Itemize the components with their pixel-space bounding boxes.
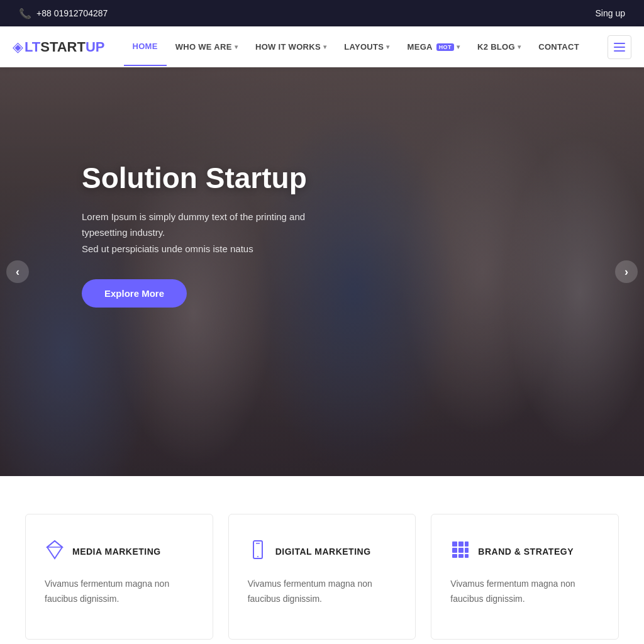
chevron-down-icon-3: ▾ xyxy=(386,43,389,50)
svg-point-4 xyxy=(257,556,258,557)
hero-desc-line1: Lorem Ipsum is simply dummy text of the … xyxy=(82,211,305,238)
chevron-down-icon: ▾ xyxy=(235,43,238,50)
carousel-next-button[interactable]: › xyxy=(615,260,638,283)
cards-section: MEDIA MARKETING Vivamus fermentum magna … xyxy=(0,476,644,644)
svg-rect-11 xyxy=(452,554,457,558)
svg-rect-6 xyxy=(458,541,464,547)
svg-rect-10 xyxy=(465,548,469,553)
nav-label-contact: CONTACT xyxy=(538,42,579,52)
explore-more-button[interactable]: Explore More xyxy=(82,279,187,308)
hero-title: Solution Startup xyxy=(82,162,308,195)
card-desc-digital: Vivamus fermentum magna non faucibus dig… xyxy=(248,577,397,607)
nav-link-contact[interactable]: CONTACT xyxy=(530,28,588,65)
nav-label-layouts: LAYOUTS xyxy=(344,42,384,52)
logo-lt: LT xyxy=(25,39,40,55)
svg-rect-12 xyxy=(458,554,464,558)
hamburger-icon xyxy=(614,43,625,52)
logo-up: UP xyxy=(86,39,105,55)
nav-link-layouts[interactable]: LAYOUTS ▾ xyxy=(335,28,398,65)
navbar: ◈ LT START UP HOME WHO WE ARE ▾ HOW IT W… xyxy=(0,26,644,67)
chevron-down-icon-4: ▾ xyxy=(457,43,460,50)
hero-content: Solution Startup Lorem Ipsum is simply d… xyxy=(0,67,390,345)
card-media-marketing: MEDIA MARKETING Vivamus fermentum magna … xyxy=(25,514,213,640)
svg-rect-5 xyxy=(452,541,457,547)
hero-desc-line2: Sed ut perspiciatis unde omnis iste natu… xyxy=(82,243,253,254)
phone-number: +88 01912704287 xyxy=(36,8,108,18)
nav-label-who-we-are: WHO WE ARE xyxy=(175,42,232,52)
nav-link-mega[interactable]: MEGA HOT ▾ xyxy=(399,28,469,65)
nav-label-k2blog: K2 BLOG xyxy=(477,42,515,52)
hero-description: Lorem Ipsum is simply dummy text of the … xyxy=(82,209,308,257)
card-header-brand: BRAND & STRATEGY xyxy=(450,540,599,563)
hamburger-button[interactable] xyxy=(608,35,631,59)
nav-link-who-we-are[interactable]: WHO WE ARE ▾ xyxy=(167,28,247,65)
phone-icon: 📞 xyxy=(19,8,31,19)
nav-link-home[interactable]: HOME xyxy=(124,28,167,66)
hot-badge: HOT xyxy=(436,43,454,51)
nav-item-how-it-works[interactable]: HOW IT WORKS ▾ xyxy=(247,28,335,65)
nav-links: HOME WHO WE ARE ▾ HOW IT WORKS ▾ LAYOUTS… xyxy=(124,28,608,66)
svg-marker-1 xyxy=(47,541,62,547)
topbar-phone: 📞 +88 01912704287 xyxy=(19,8,108,19)
card-title-media: MEDIA MARKETING xyxy=(72,547,161,557)
diamond-icon xyxy=(45,540,65,563)
card-brand-strategy: BRAND & STRATEGY Vivamus fermentum magna… xyxy=(431,514,619,640)
nav-item-k2blog[interactable]: K2 BLOG ▾ xyxy=(469,28,530,65)
chevron-down-icon-5: ▾ xyxy=(518,43,521,50)
signup-link[interactable]: Sing up xyxy=(596,8,625,18)
card-digital-marketing: DIGITAL MARKETING Vivamus fermentum magn… xyxy=(228,514,416,640)
logo-icon: ◈ xyxy=(13,39,23,55)
nav-link-k2blog[interactable]: K2 BLOG ▾ xyxy=(469,28,530,65)
grid-icon xyxy=(450,540,470,563)
nav-label-how-it-works: HOW IT WORKS xyxy=(255,42,321,52)
logo-start: START xyxy=(40,39,86,55)
card-desc-media: Vivamus fermentum magna non faucibus dig… xyxy=(45,577,194,607)
nav-item-who-we-are[interactable]: WHO WE ARE ▾ xyxy=(167,28,247,65)
card-header-media: MEDIA MARKETING xyxy=(45,540,194,563)
svg-marker-0 xyxy=(47,541,62,558)
svg-rect-8 xyxy=(452,548,457,553)
phone-outline-icon xyxy=(248,540,268,563)
nav-label-mega: MEGA xyxy=(408,42,433,52)
nav-link-how-it-works[interactable]: HOW IT WORKS ▾ xyxy=(247,28,335,65)
chevron-down-icon-2: ▾ xyxy=(323,43,326,50)
logo[interactable]: ◈ LT START UP xyxy=(13,39,105,55)
nav-label-home: HOME xyxy=(133,42,158,51)
card-desc-brand: Vivamus fermentum magna non faucibus dig… xyxy=(450,577,599,607)
nav-item-mega[interactable]: MEGA HOT ▾ xyxy=(399,28,469,65)
nav-item-layouts[interactable]: LAYOUTS ▾ xyxy=(335,28,398,65)
nav-item-contact[interactable]: CONTACT xyxy=(530,28,588,65)
nav-item-home[interactable]: HOME xyxy=(124,28,167,66)
topbar: 📞 +88 01912704287 Sing up xyxy=(0,0,644,26)
carousel-prev-button[interactable]: ‹ xyxy=(6,260,29,283)
card-header-digital: DIGITAL MARKETING xyxy=(248,540,397,563)
svg-rect-7 xyxy=(465,541,469,547)
hero-section: ‹ › Solution Startup Lorem Ipsum is simp… xyxy=(0,67,644,476)
svg-rect-13 xyxy=(465,554,469,558)
svg-rect-9 xyxy=(458,548,464,553)
card-title-digital: DIGITAL MARKETING xyxy=(275,547,371,557)
card-title-brand: BRAND & STRATEGY xyxy=(478,547,574,557)
